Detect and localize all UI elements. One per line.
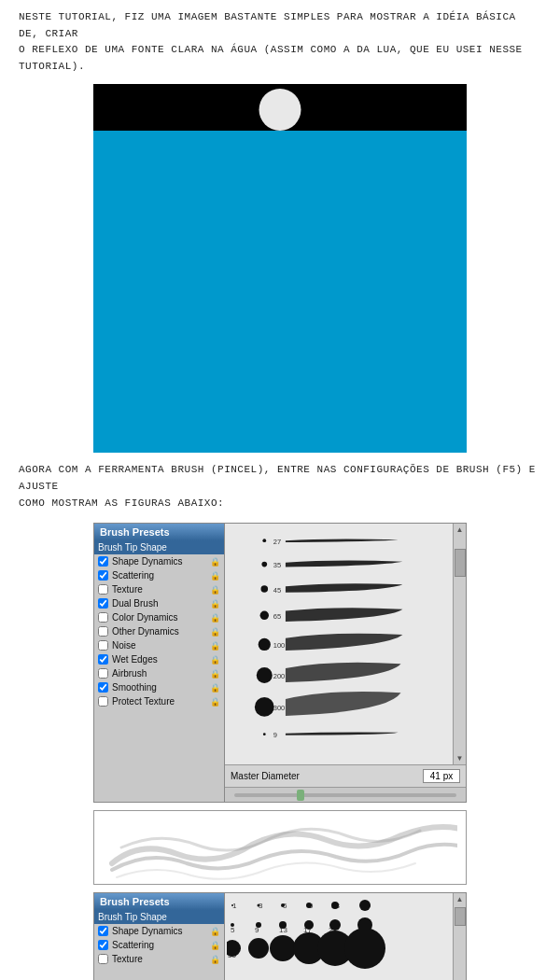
svg-point-51	[344, 928, 385, 969]
strokes-scrollbar[interactable]: ▲ ▼	[453, 524, 466, 764]
scattering-checkbox[interactable]	[98, 570, 108, 581]
wet-edges-checkbox[interactable]	[98, 654, 108, 665]
dots-grid-svg: 1 3 5 9 13 19 5 9	[227, 897, 404, 980]
brush-presets-title-1: Brush Presets	[94, 524, 224, 540]
brush-strokes-panel-1: 27 35 45 65	[225, 524, 466, 802]
brush-panel-1: Brush Presets Brush Tip Shape Shape Dyna…	[93, 523, 467, 803]
brush-item-noise[interactable]: Noise 🔒	[94, 638, 224, 652]
texture-lock-2: 🔒	[210, 955, 220, 964]
dual-brush-lock: 🔒	[210, 599, 220, 609]
diameter-slider-thumb[interactable]	[297, 790, 304, 801]
svg-point-27	[359, 900, 371, 911]
smoothing-checkbox[interactable]	[98, 682, 108, 693]
scattering-lock: 🔒	[210, 571, 220, 581]
airbrush-checkbox[interactable]	[98, 668, 108, 679]
brush-item-color-dynamics[interactable]: Color Dynamics 🔒	[94, 610, 224, 624]
noise-checkbox[interactable]	[98, 640, 108, 651]
brush-item-shape-dynamics-2[interactable]: Shape Dynamics 🔒	[94, 924, 224, 938]
texture-lock: 🔒	[210, 585, 220, 595]
diameter-slider-row	[225, 787, 466, 802]
texture-checkbox[interactable]	[98, 584, 108, 595]
svg-point-33	[279, 921, 287, 929]
intro-line1: NESTE TUTORIAL, FIZ UMA IMAGEM BASTANTE …	[19, 9, 541, 42]
brush-tip-shape-label: Brush Tip Shape	[98, 542, 220, 553]
brush-item-dual-brush[interactable]: Dual Brush 🔒	[94, 596, 224, 610]
brush-preview-container	[93, 810, 467, 885]
scroll-thumb[interactable]	[455, 549, 466, 577]
svg-point-14	[263, 733, 266, 735]
intro-text: NESTE TUTORIAL, FIZ UMA IMAGEM BASTANTE …	[19, 9, 541, 75]
svg-point-45	[270, 935, 296, 961]
diameter-slider-track[interactable]	[234, 793, 456, 797]
brush-item-other-dynamics[interactable]: Other Dynamics 🔒	[94, 624, 224, 638]
brush-list-1: Brush Tip Shape Shape Dynamics 🔒 Scatter…	[94, 540, 224, 802]
other-dynamics-label: Other Dynamics	[112, 626, 208, 637]
scroll-down-arrow[interactable]: ▼	[455, 752, 466, 764]
master-diameter-bar: Master Diameter	[225, 764, 466, 787]
brush-presets-panel-2: Brush Presets Brush Tip Shape Shape Dyna…	[94, 893, 225, 980]
wet-edges-lock: 🔒	[210, 655, 220, 665]
svg-point-21	[281, 903, 285, 907]
scroll-up-arrow[interactable]: ▲	[455, 524, 466, 536]
svg-point-41	[227, 940, 241, 957]
svg-point-37	[329, 919, 341, 931]
dots-scrollbar[interactable]: ▲ ▼	[453, 893, 466, 980]
svg-point-25	[331, 902, 339, 909]
brush-tip-shape-label-2: Brush Tip Shape	[98, 912, 220, 922]
dots-scroll-thumb[interactable]	[455, 907, 466, 926]
svg-point-23	[306, 903, 312, 908]
svg-text:45: 45	[273, 586, 281, 595]
scattering-checkbox-2[interactable]	[98, 940, 108, 950]
brush-item-shape-dynamics[interactable]: Shape Dynamics 🔒	[94, 554, 224, 568]
protect-texture-checkbox[interactable]	[98, 696, 108, 707]
scattering-label: Scattering	[112, 570, 208, 581]
instruction-line1: AGORA COM A FERRAMENTA BRUSH (PINCEL), E…	[19, 462, 541, 495]
brush-preview-svg	[103, 812, 457, 883]
dual-brush-checkbox[interactable]	[98, 598, 108, 609]
dots-scroll-up[interactable]: ▲	[455, 893, 466, 905]
color-dynamics-checkbox[interactable]	[98, 612, 108, 623]
svg-text:27: 27	[273, 538, 281, 546]
other-dynamics-checkbox[interactable]	[98, 626, 108, 637]
brush-item-tip-shape-2[interactable]: Brush Tip Shape	[94, 910, 224, 924]
dots-panel: 1 3 5 9 13 19 5 9	[225, 893, 466, 980]
svg-point-8	[259, 638, 271, 651]
brush-item-texture[interactable]: Texture 🔒	[94, 582, 224, 596]
brush-item-tip-shape[interactable]: Brush Tip Shape	[94, 540, 224, 554]
airbrush-label: Airbrush	[112, 668, 208, 679]
svg-point-35	[304, 920, 314, 930]
shape-dynamics-label: Shape Dynamics	[112, 556, 208, 567]
svg-text:9: 9	[273, 732, 277, 740]
shape-dynamics-checkbox[interactable]	[98, 556, 108, 567]
texture-checkbox-2[interactable]	[98, 954, 108, 964]
svg-point-43	[248, 938, 269, 959]
brush-item-scattering-2[interactable]: Scattering 🔒	[94, 938, 224, 952]
brush-list-2: Brush Tip Shape Shape Dynamics 🔒 Scatter…	[94, 910, 224, 980]
brush-item-texture-2[interactable]: Texture 🔒	[94, 952, 224, 966]
moon-image	[93, 84, 467, 453]
svg-point-31	[256, 922, 261, 928]
svg-text:300: 300	[273, 704, 286, 712]
protect-texture-label: Protect Texture	[112, 696, 208, 707]
master-diameter-input[interactable]	[423, 769, 460, 783]
dots-grid-container: 1 3 5 9 13 19 5 9	[225, 893, 453, 980]
color-dynamics-lock: 🔒	[210, 613, 220, 623]
instruction-text: AGORA COM A FERRAMENTA BRUSH (PINCEL), E…	[19, 462, 541, 511]
brush-item-scattering[interactable]: Scattering 🔒	[94, 568, 224, 582]
other-dynamics-lock: 🔒	[210, 627, 220, 637]
svg-text:200: 200	[273, 672, 286, 680]
instruction-line2: COMO MOSTRAM AS FIGURAS ABAIXO:	[19, 496, 541, 512]
intro-line2: O REFLEXO DE UMA FONTE CLARA NA ÁGUA (AS…	[19, 42, 541, 75]
shape-dynamics-checkbox-2[interactable]	[98, 926, 108, 936]
brush-item-airbrush[interactable]: Airbrush 🔒	[94, 666, 224, 680]
brush-item-protect-texture[interactable]: Protect Texture 🔒	[94, 694, 224, 708]
dual-brush-label: Dual Brush	[112, 598, 208, 609]
shape-dynamics-lock: 🔒	[210, 557, 220, 567]
brush-item-wet-edges[interactable]: Wet Edges 🔒	[94, 652, 224, 666]
brush-item-smoothing[interactable]: Smoothing 🔒	[94, 680, 224, 694]
scattering-label-2: Scattering	[112, 940, 208, 950]
svg-point-0	[262, 539, 266, 542]
svg-point-2	[261, 562, 267, 567]
moon-circle	[259, 89, 301, 131]
smoothing-lock: 🔒	[210, 683, 220, 693]
